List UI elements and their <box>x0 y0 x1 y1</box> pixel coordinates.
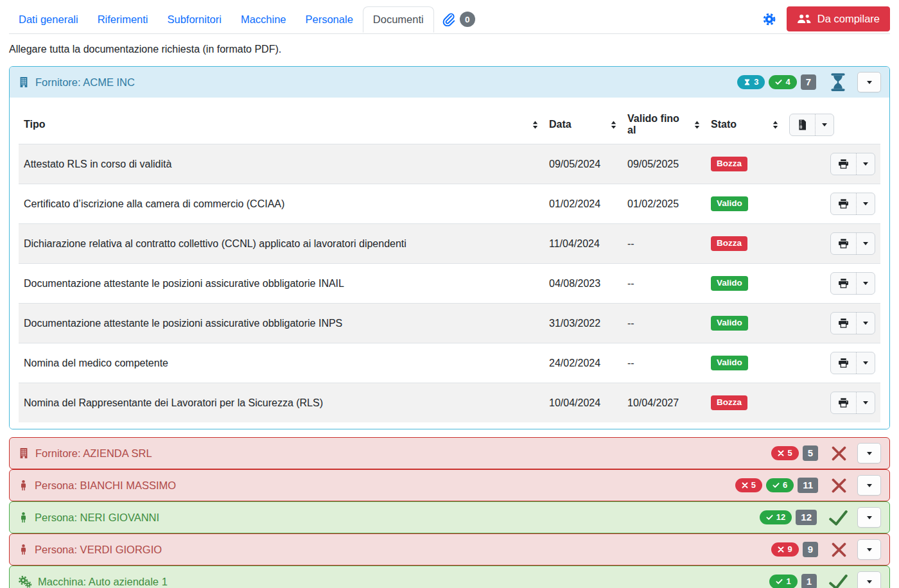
total-count-badge: 11 <box>798 478 818 494</box>
row-menu-toggle[interactable] <box>856 233 875 254</box>
panel-persona-bianchi-massimo[interactable]: Persona: BIANCHI MASSIMO 5 6 11 <box>9 469 890 501</box>
doc-data: 10/04/2024 <box>544 383 622 423</box>
hourglass-icon <box>744 78 751 86</box>
row-menu-toggle[interactable] <box>856 313 875 334</box>
panel-menu-button[interactable] <box>857 571 881 588</box>
sort-icon[interactable] <box>610 121 617 129</box>
row-menu-toggle[interactable] <box>856 153 875 175</box>
panel-title: Macchina: Auto aziendale 1 <box>38 576 168 588</box>
print-button[interactable] <box>831 233 856 254</box>
tab-macchine[interactable]: Macchine <box>231 7 296 32</box>
doc-tipo: Dichiarazione relativa al contratto coll… <box>19 224 544 264</box>
total-count-badge: 12 <box>796 510 817 526</box>
column-header-tipo[interactable]: Tipo <box>19 105 544 144</box>
valid-count-pill: 1 <box>769 575 797 588</box>
column-header-data[interactable]: Data <box>544 105 622 144</box>
panel-menu-button[interactable] <box>857 507 881 528</box>
export-menu-toggle[interactable] <box>815 114 834 135</box>
panel-title: Persona: NERI GIOVANNI <box>35 512 159 524</box>
chevron-down-icon <box>822 123 827 126</box>
tab-documenti[interactable]: Documenti <box>363 6 434 33</box>
printer-icon <box>838 198 849 209</box>
print-button[interactable] <box>831 153 856 175</box>
panel-menu-button[interactable] <box>857 72 881 92</box>
status-badge: Bozza <box>711 395 747 410</box>
print-split-button <box>830 193 875 215</box>
gear-icon <box>762 12 776 26</box>
panel-menu-button[interactable] <box>857 443 881 463</box>
chevron-down-icon <box>867 452 872 455</box>
x-icon <box>778 450 784 456</box>
document-row: Certificato d’iscrizione alla camera di … <box>19 184 880 224</box>
chevron-down-icon <box>863 361 868 365</box>
print-button[interactable] <box>831 352 856 374</box>
document-row: Documentazione attestante le posizioni a… <box>19 264 880 304</box>
da-compilare-button[interactable]: Da compilare <box>787 6 890 31</box>
tab-attachments[interactable]: 0 <box>434 5 483 33</box>
chevron-down-icon <box>867 484 872 487</box>
total-count-badge: 5 <box>803 445 818 462</box>
panel-header-acme[interactable]: Fornitore: ACME INC 3 4 7 <box>10 67 889 98</box>
doc-data: 04/08/2023 <box>544 264 622 304</box>
tab-personale[interactable]: Personale <box>296 7 363 32</box>
panel-persona-neri-giovanni[interactable]: Persona: NERI GIOVANNI 12 12 <box>9 501 890 533</box>
people-icon <box>797 13 812 24</box>
status-badge: Valido <box>711 276 748 291</box>
doc-tipo: Documentazione attestante le posizioni a… <box>19 304 544 343</box>
status-badge: Bozza <box>711 157 747 171</box>
row-menu-toggle[interactable] <box>856 273 875 294</box>
print-split-button <box>830 153 875 175</box>
document-row: Documentazione attestante le posizioni a… <box>19 304 880 343</box>
printer-icon <box>838 397 849 408</box>
sort-icon[interactable] <box>532 121 539 129</box>
status-badge: Valido <box>711 196 748 211</box>
check-icon <box>775 79 782 85</box>
row-menu-toggle[interactable] <box>856 193 875 214</box>
print-button[interactable] <box>831 392 856 413</box>
x-status-icon <box>830 541 848 558</box>
column-header-valido[interactable]: Valido fino al <box>622 105 706 144</box>
panel-macchina-auto-aziendale-1[interactable]: Macchina: Auto aziendale 1 1 1 <box>9 566 890 588</box>
check-icon <box>766 514 773 521</box>
printer-icon <box>838 238 849 249</box>
tab-riferimenti[interactable]: Riferimenti <box>88 7 158 32</box>
chevron-down-icon <box>867 548 872 551</box>
document-row: Nomina del medico competente 24/02/2024 … <box>19 343 880 383</box>
person-icon <box>18 512 29 523</box>
settings-button[interactable] <box>758 8 780 30</box>
column-header-stato[interactable]: Stato <box>706 105 784 144</box>
building-icon <box>18 76 30 88</box>
check-icon <box>772 482 780 489</box>
panel-title: Fornitore: AZIENDA SRL <box>35 447 152 460</box>
chevron-down-icon <box>867 580 872 584</box>
sort-icon[interactable] <box>772 121 779 129</box>
file-zip-icon <box>797 119 808 130</box>
person-icon <box>18 544 29 555</box>
paperclip-icon <box>442 13 455 26</box>
row-menu-toggle[interactable] <box>856 392 875 413</box>
tab-subfornitori[interactable]: Subfornitori <box>158 7 231 32</box>
total-count-badge: 9 <box>803 542 818 558</box>
export-zip-button[interactable] <box>790 114 815 135</box>
panel-fornitore-azienda-srl[interactable]: Fornitore: AZIENDA SRL 5 5 <box>9 437 890 469</box>
check-status-icon <box>829 574 848 588</box>
panel-persona-verdi-giorgio[interactable]: Persona: VERDI GIORGIO 9 9 <box>9 533 890 566</box>
chevron-down-icon <box>867 81 872 84</box>
doc-tipo: Documentazione attestante le posizioni a… <box>19 264 544 304</box>
print-button[interactable] <box>831 193 856 214</box>
panel-menu-button[interactable] <box>857 539 881 560</box>
doc-data: 01/02/2024 <box>544 184 622 224</box>
doc-valido: -- <box>622 304 706 343</box>
document-row: Dichiarazione relativa al contratto coll… <box>19 224 880 264</box>
panel-title: Persona: BIANCHI MASSIMO <box>35 480 176 492</box>
total-count-badge: 1 <box>801 574 817 588</box>
print-button[interactable] <box>831 273 856 294</box>
print-button[interactable] <box>831 313 856 334</box>
chevron-down-icon <box>863 162 868 166</box>
sort-icon[interactable] <box>694 121 701 129</box>
total-count-badge: 7 <box>801 74 816 91</box>
panel-menu-button[interactable] <box>857 475 881 496</box>
row-menu-toggle[interactable] <box>856 352 875 374</box>
doc-valido: -- <box>622 224 706 264</box>
tab-dati-generali[interactable]: Dati generali <box>9 7 88 32</box>
